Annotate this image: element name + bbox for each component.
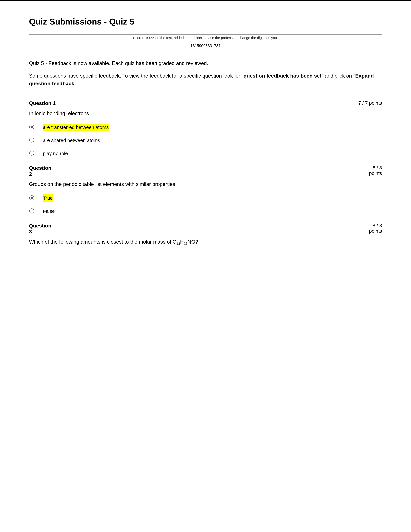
question-3-block: Question 3 8 / 8 points Which of the fol…	[29, 223, 382, 246]
radio-outer-q1a1	[29, 125, 34, 129]
question-2-header: Question 2 8 / 8 points	[29, 165, 382, 177]
score-banner: Scored 100% on the test, added some hint…	[29, 35, 382, 51]
top-border	[0, 0, 411, 1]
q3-mid: H	[180, 239, 184, 245]
question-2-text: Groups on the periodic table list elemen…	[29, 180, 382, 188]
radio-icon-q1a2	[29, 137, 35, 143]
radio-outer-q2a1	[29, 195, 34, 200]
question-3-points-line1: 8 / 8	[373, 223, 382, 228]
question-2-block: Question 2 8 / 8 points Groups on the pe…	[29, 165, 382, 215]
q3-text-prefix: Which of the following amounts is closes…	[29, 239, 176, 245]
answer-text-q2a1: True	[43, 194, 53, 202]
radio-icon-q2a2	[29, 208, 35, 214]
feedback-bold1: question feedback has been set	[243, 73, 322, 79]
question-2-label: Question 2	[29, 165, 51, 177]
answer-text-q2a2: False	[43, 208, 55, 215]
score-cell-5	[311, 41, 382, 51]
page-title: Quiz Submissions - Quiz 5	[29, 17, 382, 27]
score-banner-notice: Scored 100% on the test, added some hint…	[29, 35, 382, 41]
question-1-points: 7 / 7 points	[358, 100, 382, 106]
question-3-header: Question 3 8 / 8 points	[29, 223, 382, 235]
feedback-text-part2: " and click on "	[321, 73, 355, 79]
question-3-points-line2: points	[369, 228, 382, 234]
feedback-text-part1: Some questions have specific feedback. T…	[29, 73, 243, 79]
answer-text-q1a3: play no role	[43, 150, 68, 157]
answer-text-q1a2: are shared between atoms	[43, 137, 100, 144]
score-banner-row: 13159006331737	[29, 41, 382, 51]
radio-outer-q1a3	[29, 151, 34, 156]
question-1-label: Question 1	[29, 100, 56, 106]
question-3-points: 8 / 8 points	[369, 223, 382, 234]
question-1-text: In ionic bonding, electrons _____ .	[29, 109, 382, 117]
question-2-label-line1: Question	[29, 165, 51, 171]
radio-icon-q1a3	[29, 150, 35, 156]
score-cell-1	[29, 41, 100, 51]
q3-sub2: 25	[184, 242, 187, 245]
question-1-answer-1[interactable]: are transferred between atoms	[29, 124, 382, 131]
question-1-answer-3[interactable]: play no role	[29, 150, 382, 157]
question-2-points-line1: 8 / 8	[373, 165, 382, 171]
score-cell-id: 13159006331737	[170, 41, 241, 51]
score-cell-4	[241, 41, 311, 51]
question-1-answer-2[interactable]: are shared between atoms	[29, 137, 382, 144]
radio-outer-q1a2	[29, 138, 34, 142]
radio-icon-q1a1	[29, 124, 35, 130]
question-3-label: Question 3	[29, 223, 51, 235]
q3-suffix: NO?	[188, 239, 198, 245]
radio-inner-q2a1	[31, 197, 33, 199]
question-1-header: Question 1 7 / 7 points	[29, 100, 382, 106]
question-2-points-line2: points	[369, 171, 382, 176]
question-3-label-line1: Question	[29, 223, 51, 228]
page-container: Quiz Submissions - Quiz 5 Scored 100% on…	[0, 10, 411, 270]
intro-line1: Quiz 5 - Feedback is now available. Each…	[29, 59, 382, 67]
question-2-label-line2: 2	[29, 171, 32, 177]
score-cell-2	[100, 41, 170, 51]
question-3-text: Which of the following amounts is closes…	[29, 238, 382, 246]
question-2-answer-2[interactable]: False	[29, 208, 382, 215]
intro-line2: Some questions have specific feedback. T…	[29, 72, 382, 87]
question-3-label-line2: 3	[29, 229, 32, 235]
question-2-points: 8 / 8 points	[369, 165, 382, 176]
answer-text-q1a1: are transferred between atoms	[43, 124, 109, 131]
radio-icon-q2a1	[29, 195, 35, 201]
radio-inner-q1a1	[31, 126, 33, 128]
feedback-text-part3: ."	[74, 81, 77, 86]
radio-outer-q2a2	[29, 209, 34, 213]
question-1-block: Question 1 7 / 7 points In ionic bonding…	[29, 100, 382, 157]
question-2-answer-1[interactable]: True	[29, 194, 382, 202]
q3-sub1: 18	[176, 242, 180, 245]
